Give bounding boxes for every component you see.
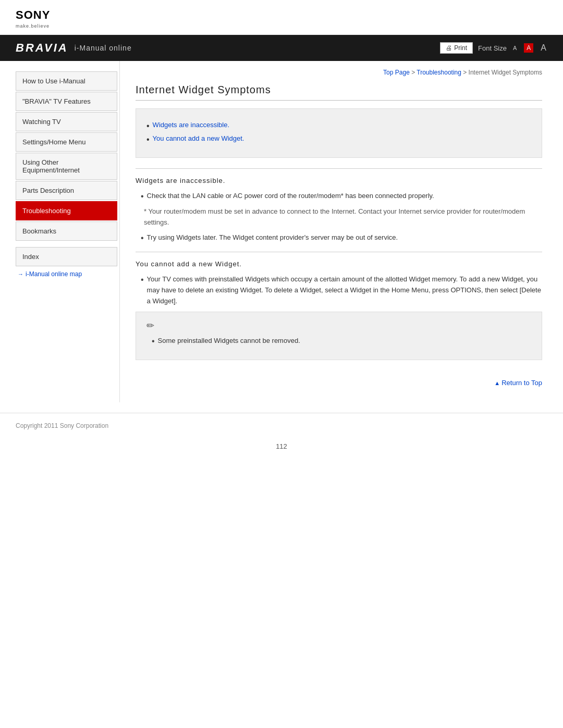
section2-title: You cannot add a new Widget.	[136, 260, 542, 268]
section-widgets-inaccessible: Widgets are inaccessible. • Check that t…	[136, 168, 542, 244]
note-bullet-1: • Some preinstalled Widgets cannot be re…	[152, 336, 531, 347]
bullet-dot-3: •	[141, 274, 144, 286]
font-size-large-button[interactable]: A	[541, 43, 546, 53]
font-size-label: Font Size	[478, 44, 507, 52]
logo-area: SONY make.believe	[0, 0, 563, 35]
bullet-dot-2: •	[141, 232, 144, 244]
section2-bullet-1: • Your TV comes with preinstalled Widget…	[141, 274, 542, 306]
breadcrumb-current: Internet Widget Symptoms	[469, 69, 542, 76]
breadcrumb-sep2: >	[463, 69, 468, 76]
bravia-logo-text: BRAVIA	[16, 41, 68, 55]
top-bar: BRAVIA i-Manual online 🖨 Print Font Size…	[0, 35, 563, 61]
section1-bullet-2-text: Try using Widgets later. The Widget cont…	[147, 232, 398, 243]
section1-note: * Your router/modem must be set in advan…	[144, 206, 542, 228]
return-to-top-link[interactable]: ▲ Return to Top	[494, 379, 542, 387]
imanual-label: i-Manual online	[75, 44, 132, 52]
font-size-small-button[interactable]: A	[513, 45, 517, 51]
section1-bullet-2: • Try using Widgets later. The Widget co…	[141, 232, 542, 244]
toc-bullet-2: •	[146, 134, 150, 145]
section1-bullet-1-text: Check that the LAN cable or AC power cor…	[147, 191, 434, 202]
sidebar: How to Use i-Manual "BRAVIA" TV Features…	[0, 61, 120, 402]
sidebar-item-how-to-use[interactable]: How to Use i-Manual	[16, 71, 117, 91]
breadcrumb-sep1: >	[411, 69, 417, 76]
sony-logo: SONY	[16, 9, 547, 21]
return-to-top-label: Return to Top	[501, 379, 542, 387]
toc-item-2: • You cannot add a new Widget.	[146, 134, 531, 145]
sidebar-item-bookmarks[interactable]: Bookmarks	[16, 221, 117, 241]
print-icon: 🖨	[446, 44, 452, 52]
note-bullet-dot: •	[152, 336, 155, 347]
main-layout: How to Use i-Manual "BRAVIA" TV Features…	[0, 61, 563, 402]
toc-link-1[interactable]: Widgets are inaccessible.	[153, 121, 229, 129]
return-arrow-icon: ▲	[494, 380, 501, 386]
toc-bullet-1: •	[146, 121, 150, 132]
bravia-title: BRAVIA i-Manual online	[16, 41, 132, 55]
section-cannot-add-widget: You cannot add a new Widget. • Your TV c…	[136, 252, 542, 360]
note-box: ✏ • Some preinstalled Widgets cannot be …	[136, 312, 542, 360]
toc-item-1: • Widgets are inaccessible.	[146, 121, 531, 132]
section1-title: Widgets are inaccessible.	[136, 177, 542, 184]
return-to-top: ▲ Return to Top	[136, 371, 542, 387]
print-label: Print	[454, 44, 467, 52]
sidebar-item-bravia-features[interactable]: "BRAVIA" TV Features	[16, 92, 117, 111]
top-bar-right: 🖨 Print Font Size A A A	[440, 42, 547, 54]
arrow-right-icon: →	[18, 271, 23, 277]
map-link-label: i-Manual online map	[26, 270, 82, 278]
sidebar-item-parts[interactable]: Parts Description	[16, 181, 117, 200]
note-bullet-text: Some preinstalled Widgets cannot be remo…	[158, 336, 300, 347]
section2-bullet-1-text: Your TV comes with preinstalled Widgets …	[147, 274, 542, 306]
sidebar-item-other-equipment[interactable]: Using Other Equipment/Internet	[16, 153, 117, 180]
print-button[interactable]: 🖨 Print	[440, 42, 473, 54]
breadcrumb-top-page[interactable]: Top Page	[383, 69, 410, 76]
bullet-dot-1: •	[141, 191, 144, 202]
sidebar-item-watching-tv[interactable]: Watching TV	[16, 112, 117, 131]
toc-box: • Widgets are inaccessible. • You cannot…	[136, 108, 542, 158]
sidebar-item-troubleshooting[interactable]: Troubleshooting	[16, 201, 117, 220]
sidebar-item-index[interactable]: Index	[16, 247, 117, 266]
page-title: Internet Widget Symptoms	[136, 84, 542, 101]
breadcrumb-troubleshooting[interactable]: Troubleshooting	[417, 69, 461, 76]
section1-bullet-1: • Check that the LAN cable or AC power c…	[141, 191, 542, 202]
page-number: 112	[0, 437, 563, 455]
imanual-map-link[interactable]: → i-Manual online map	[16, 270, 119, 278]
toc-link-2[interactable]: You cannot add a new Widget.	[153, 134, 244, 142]
copyright-text: Copyright 2011 Sony Corporation	[16, 422, 108, 429]
breadcrumb: Top Page > Troubleshooting > Internet Wi…	[136, 69, 542, 76]
footer: Copyright 2011 Sony Corporation	[0, 413, 563, 437]
content-area: Top Page > Troubleshooting > Internet Wi…	[120, 61, 563, 402]
sony-tagline: make.believe	[16, 23, 50, 29]
sidebar-item-settings[interactable]: Settings/Home Menu	[16, 132, 117, 152]
font-size-medium-button[interactable]: A	[524, 43, 533, 53]
note-pencil-icon: ✏	[146, 320, 531, 331]
